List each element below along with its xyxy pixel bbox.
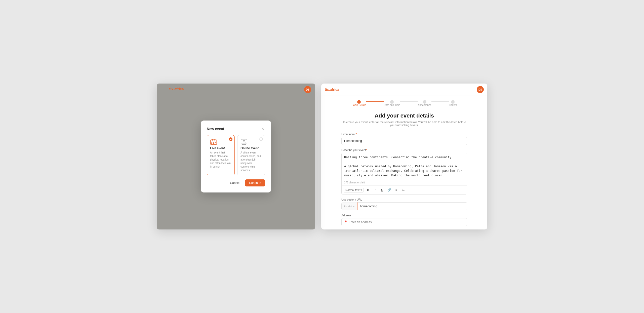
url-row: tix.africa/ (341, 202, 467, 210)
char-count: 275 characters left (342, 181, 467, 185)
address-input-wrapper: 📍 (341, 218, 467, 226)
custom-url-label: Use custom URL (341, 198, 467, 201)
right-window-header: tix.africa DS (321, 84, 487, 96)
address-input[interactable] (341, 218, 467, 226)
svg-rect-9 (241, 139, 247, 143)
live-event-radio[interactable] (229, 137, 232, 141)
svg-line-10 (243, 143, 243, 144)
list-button[interactable]: ≡ (393, 187, 399, 193)
ordered-list-button[interactable]: ≔ (400, 187, 406, 193)
describe-event-label: Describe your event* (341, 148, 467, 151)
text-format-select[interactable]: Normal text ▾ (344, 188, 364, 192)
new-event-modal: New event × (201, 121, 271, 192)
event-type-grid: Live event An event that takes place at … (207, 135, 265, 175)
bold-button[interactable]: B (365, 187, 371, 193)
svg-line-14 (245, 142, 246, 143)
step-connector-2 (400, 101, 418, 102)
step-connector-1 (366, 101, 384, 102)
svg-rect-4 (211, 142, 212, 143)
modal-actions: Cancel Continue (207, 179, 265, 186)
event-name-group: Event name* (341, 133, 467, 145)
step-date-time: Date and Time (384, 100, 400, 106)
textarea-container: Uniting three continents. Connecting the… (341, 153, 467, 194)
modal-overlay: New event × (157, 84, 315, 229)
svg-point-13 (243, 140, 245, 142)
right-window: tix.africa DS Basic Details Date and Tim… (321, 84, 487, 229)
location-icon: 📍 (344, 220, 348, 224)
svg-rect-7 (213, 143, 214, 144)
online-event-desc: A virtual event occurs online, and atten… (240, 151, 262, 172)
modal-header: New event × (207, 127, 265, 131)
svg-rect-6 (211, 143, 212, 144)
svg-rect-3 (215, 139, 215, 141)
left-window: tix.africa DS New event × (157, 84, 315, 229)
step-label-3: Appearance (418, 104, 431, 106)
url-input[interactable] (357, 202, 467, 210)
step-label-2: Date and Time (384, 104, 400, 106)
address-label: Address* (341, 214, 467, 217)
modal-title: New event (207, 127, 224, 131)
live-event-card[interactable]: Live event An event that takes place at … (207, 135, 235, 175)
underline-button[interactable]: U (379, 187, 385, 193)
live-event-desc: An event that takes place at a physical … (210, 151, 231, 169)
event-name-input[interactable] (341, 137, 467, 145)
svg-rect-8 (215, 142, 216, 143)
step-appearance: Appearance (418, 100, 431, 106)
custom-url-group: Use custom URL tix.africa/ (341, 198, 467, 210)
modal-cancel-button[interactable]: Cancel (227, 179, 243, 186)
step-basic-details: Basic Details (352, 100, 366, 106)
italic-button[interactable]: I (372, 187, 378, 193)
svg-rect-2 (212, 139, 213, 141)
right-logo: tix.africa (325, 88, 339, 92)
progress-steps: Basic Details Date and Time Appearance T… (321, 96, 487, 107)
step-label-1: Basic Details (352, 104, 366, 106)
calendar-icon (210, 138, 217, 145)
step-connector-3 (431, 101, 449, 102)
step-label-4: Tickets (449, 104, 457, 106)
text-format-toolbar: Normal text ▾ B I U 🔗 ≡ ≔ (342, 185, 467, 194)
event-name-label: Event name* (341, 133, 467, 136)
address-group: Address* 📍 (341, 214, 467, 226)
page-title: Add your event details (341, 112, 467, 119)
chevron-down-icon: ▾ (360, 188, 362, 192)
form-subtitle: To create your event, enter all the rele… (341, 121, 467, 127)
form-content: Add your event details To create your ev… (321, 107, 487, 229)
online-event-name: Online event (240, 146, 262, 150)
describe-event-textarea[interactable]: Uniting three continents. Connecting the… (342, 153, 467, 180)
url-prefix: tix.africa/ (341, 203, 357, 210)
step-dot-3 (423, 100, 426, 104)
step-dot-2 (390, 100, 394, 104)
monitor-icon (240, 138, 248, 145)
live-event-name: Live event (210, 146, 231, 150)
step-dot-4 (451, 100, 455, 104)
modal-continue-button[interactable]: Continue (245, 179, 265, 186)
step-tickets: Tickets (449, 100, 457, 106)
describe-event-group: Describe your event* Uniting three conti… (341, 148, 467, 194)
online-event-radio[interactable] (259, 137, 263, 141)
right-user-avatar: DS (477, 86, 484, 93)
close-icon[interactable]: × (261, 127, 265, 131)
svg-rect-5 (213, 142, 214, 143)
step-dot-1 (357, 100, 361, 104)
svg-line-11 (245, 143, 246, 144)
link-button[interactable]: 🔗 (386, 187, 392, 193)
online-event-card[interactable]: Online event A virtual event occurs onli… (237, 135, 265, 175)
